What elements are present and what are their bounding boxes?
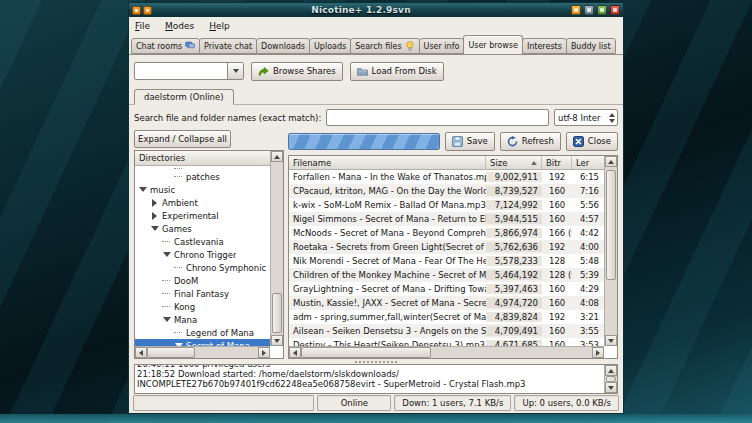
maximize-button[interactable] [584, 5, 594, 15]
load-from-disk-button[interactable]: Load From Disk [350, 62, 444, 81]
tree-item-final-fantasy[interactable]: Final Fantasy [135, 287, 270, 300]
search-input[interactable] [326, 109, 549, 126]
tab-downloads[interactable]: Downloads [256, 38, 310, 54]
expander-open-icon[interactable] [162, 250, 171, 259]
close-button[interactable]: Close [566, 132, 618, 151]
file-row[interactable]: McNoods - Secret of Mana - Beyond Compre… [289, 226, 604, 240]
scroll-left-icon[interactable] [289, 347, 301, 358]
tree-hscroll-thumb[interactable] [147, 347, 195, 358]
file-length: 4:29 [572, 284, 604, 294]
tree-item-music[interactable]: music [135, 183, 270, 196]
file-bitrate: 166 (v [542, 228, 572, 238]
tab-daelstorm[interactable]: daelstorm (Online) [134, 89, 234, 105]
tab-user-browse[interactable]: User browse [463, 35, 523, 55]
scroll-right-icon[interactable] [258, 347, 270, 358]
tab-user-info[interactable]: User info [419, 38, 465, 54]
expander-open-icon[interactable] [162, 315, 171, 324]
file-row[interactable]: adm - spring,summer,fall,winter(Secret o… [289, 310, 604, 324]
tree-item-label: DooM [174, 276, 198, 286]
close-window-button[interactable] [610, 5, 620, 15]
minimize-button[interactable] [571, 5, 581, 15]
file-row[interactable]: Nigel Simmons - Secret of Mana - Return … [289, 212, 604, 226]
tab-search-files[interactable]: Search files [350, 38, 419, 54]
titlebar[interactable]: Nicotine+ 1.2.9svn [129, 3, 623, 17]
expander-closed-icon[interactable] [150, 198, 159, 207]
refresh-button[interactable]: Refresh [500, 132, 561, 151]
files-vscroll-thumb[interactable] [606, 170, 616, 280]
file-length: 4:00 [572, 242, 604, 252]
expand-collapse-button[interactable]: Expand / Collapse all [134, 130, 231, 148]
browse-shares-label: Browse Shares [273, 66, 336, 76]
window-menu-icon[interactable] [132, 6, 141, 15]
column-header-ler[interactable]: Ler [572, 156, 604, 170]
save-button[interactable]: Save [445, 132, 495, 151]
column-header-bitr[interactable]: Bitr [542, 156, 572, 170]
file-row[interactable]: Mustin, Kassie!, JAXX - Secret of Mana -… [289, 296, 604, 310]
files-hscroll-thumb[interactable] [301, 347, 431, 358]
file-row[interactable]: CPacaud, ktriton, MAG - On the Day the W… [289, 184, 604, 198]
tree-item-legend-of-mana[interactable]: Legend of Mana [135, 326, 270, 339]
scroll-down-icon[interactable] [605, 382, 617, 393]
tree-item-mana[interactable]: Mana [135, 313, 270, 326]
file-size: 5,866,974 [486, 228, 542, 238]
file-row[interactable]: k-wix - SoM-LoM Remix - Ballad Of Mana.m… [289, 198, 604, 212]
scroll-right-icon[interactable] [592, 347, 604, 358]
file-name: CPacaud, ktriton, MAG - On the Day the W… [289, 186, 486, 196]
file-row[interactable]: Forfallen - Mana - In the Wake of Thanat… [289, 170, 604, 184]
scroll-down-icon[interactable] [271, 335, 283, 346]
user-combo[interactable] [134, 62, 244, 80]
tab-buddy-list[interactable]: Buddy list [566, 38, 616, 54]
expander-open-icon[interactable] [138, 185, 147, 194]
tree-item-patches[interactable]: patches [135, 170, 270, 183]
menu-modes[interactable]: Modes [165, 21, 194, 31]
tree-item-secret-of-mana[interactable]: Secret of Mana [135, 339, 270, 346]
directories-header[interactable]: Directories [135, 151, 270, 166]
file-row[interactable]: Children of the Monkey Machine - Secret … [289, 268, 604, 282]
menu-file[interactable]: File [135, 21, 150, 31]
files-horizontal-scrollbar[interactable] [289, 346, 604, 358]
log-vertical-scrollbar[interactable] [604, 365, 617, 393]
tree-item-doom[interactable]: DooM [135, 274, 270, 287]
tree-horizontal-scrollbar[interactable] [135, 346, 270, 358]
tree-item-experimental[interactable]: Experimental [135, 209, 270, 222]
expander-open-icon[interactable] [150, 224, 159, 233]
tab-chat-rooms[interactable]: Chat rooms [131, 38, 200, 54]
tree-item-chrono-trigger[interactable]: Chrono Trigger [135, 248, 270, 261]
file-row[interactable]: Roetaka - Secrets from Green Light(Secre… [289, 240, 604, 254]
browse-shares-button[interactable]: Browse Shares [251, 62, 343, 81]
load-from-disk-label: Load From Disk [372, 66, 437, 76]
log-pane[interactable]: 20:46:11 1000 privileged users21:18:52 D… [134, 364, 618, 394]
tree-item-ambient[interactable]: Ambient [135, 196, 270, 209]
tree-item-chrono-symphonic[interactable]: Chrono Symphonic [135, 261, 270, 274]
tree-item-kong[interactable]: Kong [135, 300, 270, 313]
file-name: Roetaka - Secrets from Green Light(Secre… [289, 242, 486, 252]
tree-vertical-scrollbar[interactable] [270, 151, 283, 346]
scroll-up-icon[interactable] [605, 365, 617, 376]
tab-private-chat[interactable]: Private chat [199, 38, 257, 54]
tree-item-label: Chrono Trigger [174, 250, 236, 260]
tree-vscroll-thumb[interactable] [272, 293, 282, 333]
file-row[interactable]: GrayLightning - Secret of Mana - Driftin… [289, 282, 604, 296]
user-combo-input[interactable] [135, 63, 227, 79]
tree-item-games[interactable]: Games [135, 222, 270, 235]
column-header-size[interactable]: Size [486, 156, 542, 170]
scroll-down-icon[interactable] [605, 335, 617, 346]
shade-button[interactable] [597, 5, 607, 15]
menu-help[interactable]: Help [209, 21, 230, 31]
column-header-filename[interactable]: Filename [289, 156, 486, 170]
file-row[interactable]: Ailsean - Seiken Densetsu 3 - Angels on … [289, 324, 604, 338]
tab-label: Uploads [314, 42, 346, 51]
encoding-combo[interactable]: utf-8 Inter [554, 109, 618, 126]
user-combo-dropdown-button[interactable] [227, 63, 243, 79]
tab-uploads[interactable]: Uploads [309, 38, 351, 54]
scroll-up-icon[interactable] [271, 151, 283, 162]
scroll-up-icon[interactable] [605, 156, 617, 167]
file-row[interactable]: Nik Morendi - Secret of Mana - Fear Of T… [289, 254, 604, 268]
tree-item-castlevania[interactable]: Castlevania [135, 235, 270, 248]
spinner-arrows-icon[interactable] [609, 113, 615, 123]
tab-interests[interactable]: Interests [522, 38, 567, 54]
files-vertical-scrollbar[interactable] [604, 156, 617, 346]
bulb-icon [405, 41, 415, 51]
expander-closed-icon[interactable] [150, 211, 159, 220]
scroll-left-icon[interactable] [135, 347, 147, 358]
